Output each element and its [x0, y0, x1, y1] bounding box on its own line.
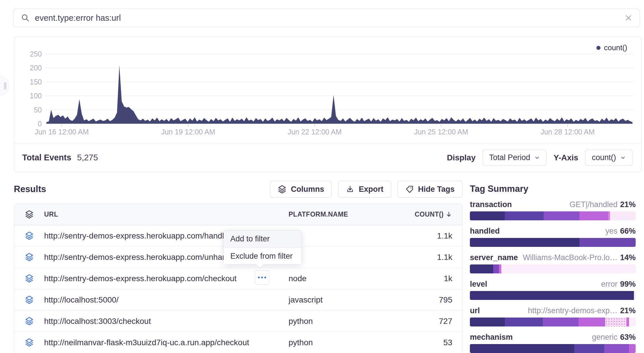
tag-bar-segment — [470, 264, 493, 273]
tag-percent: 66% — [620, 227, 636, 236]
display-dropdown-value: Total Period — [489, 153, 530, 162]
y-axis-dropdown-value: count() — [592, 153, 616, 162]
count-cell: 795 — [390, 295, 462, 305]
export-button[interactable]: Export — [338, 181, 391, 198]
hide-tags-button[interactable]: Hide Tags — [398, 181, 462, 198]
tag-top-value: yes — [605, 227, 617, 236]
url-cell[interactable]: http://sentry-demos-express.herokuapp.co… — [44, 274, 289, 283]
tag-block-transaction: transactionGET|/handled21% — [470, 200, 636, 220]
tag-percent: 63% — [620, 333, 636, 342]
tag-percent: 21% — [620, 200, 636, 209]
tag-distribution-bar — [470, 264, 636, 273]
svg-text:Jun 22 12:00 AM: Jun 22 12:00 AM — [288, 128, 342, 136]
svg-text:100: 100 — [30, 92, 42, 100]
svg-text:200: 200 — [30, 64, 42, 72]
clear-search-icon[interactable] — [625, 14, 632, 22]
tag-distribution-bar — [470, 291, 636, 300]
tag-block-level: levelerror99% — [470, 280, 636, 300]
table-row: http://localhost:3003/checkoutpython727 — [14, 311, 462, 332]
y-axis-dropdown[interactable]: count() — [585, 150, 632, 166]
layers-icon — [25, 274, 34, 283]
table-row: http://sentry-demos-express.herokuapp.co… — [14, 268, 462, 289]
platform-cell: node — [289, 274, 390, 283]
tag-percent: 99% — [620, 280, 636, 289]
tag-distribution-bar — [470, 238, 636, 247]
display-dropdown[interactable]: Total Period — [483, 150, 547, 166]
legend-dot-icon — [596, 46, 600, 50]
column-header-count[interactable]: COUNT() — [390, 211, 462, 218]
tag-top-value: Williams-MacBook-Pro.lo… — [523, 253, 617, 262]
tag-name: mechanism — [470, 333, 513, 342]
tag-bar-segment — [629, 344, 636, 353]
url-cell[interactable]: http://neilmanvar-flask-m3uuizd7iq-uc.a.… — [44, 338, 289, 347]
tag-top-value: http://sentry-demos-exp… — [528, 306, 617, 315]
search-input[interactable]: event.type:error has:url — [35, 13, 625, 23]
columns-button-label: Columns — [291, 185, 324, 194]
layers-icon — [25, 317, 34, 326]
layers-icon — [278, 185, 287, 194]
events-area-chart: 050100150200250Jun 16 12:00 AMJun 19 12:… — [14, 37, 641, 143]
svg-text:Jun 16 12:00 AM: Jun 16 12:00 AM — [35, 128, 89, 136]
search-bar[interactable]: event.type:error has:url — [13, 9, 640, 27]
tag-top-value: GET|/handled — [570, 200, 617, 209]
layers-icon — [25, 210, 34, 219]
cell-actions-button[interactable] — [255, 270, 269, 285]
menu-item-exclude-from-filter[interactable]: Exclude from filter — [224, 247, 302, 264]
chart-footer: Total Events 5,275 Display Total Period … — [14, 143, 641, 172]
tag-name: level — [470, 280, 487, 289]
cell-context-menu: Add to filterExclude from filter — [223, 230, 302, 265]
tag-percent: 14% — [620, 253, 636, 262]
total-events-value: 5,275 — [77, 153, 98, 162]
tag-bar-segment — [579, 318, 605, 326]
tag-bar-segment — [605, 318, 627, 326]
layers-icon — [25, 231, 34, 240]
menu-item-add-to-filter[interactable]: Add to filter — [224, 230, 302, 247]
tag-block-server_name: server_nameWilliams-MacBook-Pro.lo…14% — [470, 253, 636, 273]
tag-bar-segment — [505, 211, 544, 220]
count-cell: 1.1k — [390, 231, 462, 241]
y-axis-label: Y-Axis — [553, 153, 578, 162]
platform-cell: python — [289, 317, 390, 326]
results-title: Results — [14, 184, 46, 194]
export-button-label: Export — [359, 185, 383, 194]
columns-button[interactable]: Columns — [270, 181, 332, 198]
chevron-down-icon — [620, 155, 626, 161]
layers-icon — [25, 253, 34, 262]
svg-text:Jun 25 12:00 AM: Jun 25 12:00 AM — [414, 128, 468, 136]
sidebar-collapse-handle[interactable] — [0, 76, 9, 95]
hide-tags-button-label: Hide Tags — [418, 185, 455, 194]
events-chart-panel: 050100150200250Jun 16 12:00 AMJun 19 12:… — [14, 37, 641, 172]
chart-legend: count() — [596, 43, 627, 52]
tag-bar-segment — [493, 264, 499, 273]
tag-bar-segment — [470, 344, 574, 353]
tag-bar-segment — [499, 264, 502, 273]
count-cell: 727 — [390, 317, 462, 326]
tag-summary-title: Tag Summary — [470, 184, 636, 194]
url-cell[interactable]: http://localhost:3003/checkout — [44, 317, 289, 326]
tag-bar-segment — [579, 238, 636, 247]
tag-icon — [405, 185, 414, 194]
column-header-platform[interactable]: PLATFORM.NAME — [289, 211, 390, 218]
chevron-down-icon — [534, 155, 540, 161]
svg-text:50: 50 — [34, 106, 42, 114]
download-icon — [346, 185, 354, 194]
count-cell: 1k — [390, 274, 462, 283]
svg-text:Jun 28 12:00 AM: Jun 28 12:00 AM — [541, 128, 595, 136]
tag-name: server_name — [470, 253, 518, 262]
tag-bar-segment — [470, 318, 505, 326]
tag-name: transaction — [470, 200, 512, 209]
tag-name: handled — [470, 227, 500, 236]
tag-bar-segment — [505, 318, 543, 326]
url-cell[interactable]: http://localhost:5000/ — [44, 295, 289, 305]
column-header-url[interactable]: URL — [44, 211, 289, 218]
sort-desc-icon — [445, 211, 452, 218]
tag-bar-segment — [626, 318, 629, 326]
count-cell: 1.1k — [390, 253, 462, 262]
svg-text:0: 0 — [38, 120, 42, 128]
tag-distribution-bar — [470, 211, 636, 220]
discover-page: event.type:error has:url 050100150200250… — [0, 0, 644, 353]
tag-bar-segment — [501, 264, 636, 273]
tag-distribution-bar — [470, 318, 636, 326]
tag-summary-panel: Tag Summary transactionGET|/handled21%ha… — [470, 184, 636, 353]
tag-block-mechanism: mechanismgeneric63% — [470, 333, 636, 353]
